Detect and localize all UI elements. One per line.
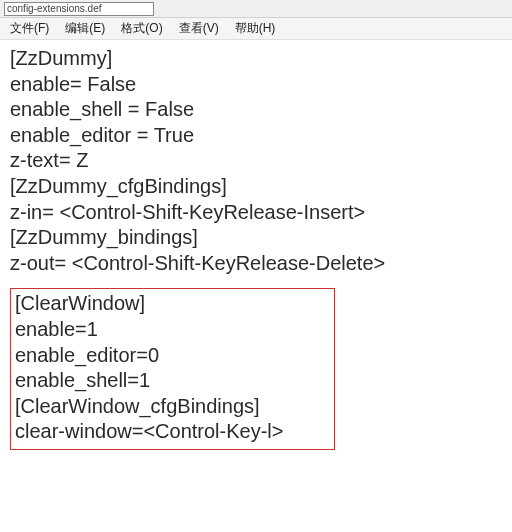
config-line: enable_editor = True [10, 123, 502, 149]
highlighted-block: [ClearWindow] enable=1 enable_editor=0 e… [10, 288, 335, 450]
menu-format[interactable]: 格式(O) [113, 18, 170, 39]
config-line: enable_editor=0 [15, 343, 328, 369]
config-line: clear-window=<Control-Key-l> [15, 419, 328, 445]
config-line: z-out= <Control-Shift-KeyRelease-Delete> [10, 251, 502, 277]
config-line: [ZzDummy_bindings] [10, 225, 502, 251]
filename-box: config-extensions.def [4, 2, 154, 16]
window-titlebar: config-extensions.def [0, 0, 512, 18]
config-line: [ClearWindow] [15, 291, 328, 317]
config-line: [ZzDummy] [10, 46, 502, 72]
menu-edit[interactable]: 编辑(E) [57, 18, 113, 39]
menu-view[interactable]: 查看(V) [171, 18, 227, 39]
config-line: [ZzDummy_cfgBindings] [10, 174, 502, 200]
config-line: enable= False [10, 72, 502, 98]
menu-bar: 文件(F) 编辑(E) 格式(O) 查看(V) 帮助(H) [0, 18, 512, 40]
config-line: z-text= Z [10, 148, 502, 174]
filename-text: config-extensions.def [7, 3, 102, 14]
config-line: enable_shell=1 [15, 368, 328, 394]
menu-help[interactable]: 帮助(H) [227, 18, 284, 39]
config-line: enable=1 [15, 317, 328, 343]
editor-content[interactable]: [ZzDummy] enable= False enable_shell = F… [0, 40, 512, 460]
config-line: [ClearWindow_cfgBindings] [15, 394, 328, 420]
config-line: z-in= <Control-Shift-KeyRelease-Insert> [10, 200, 502, 226]
menu-file[interactable]: 文件(F) [2, 18, 57, 39]
config-line: enable_shell = False [10, 97, 502, 123]
